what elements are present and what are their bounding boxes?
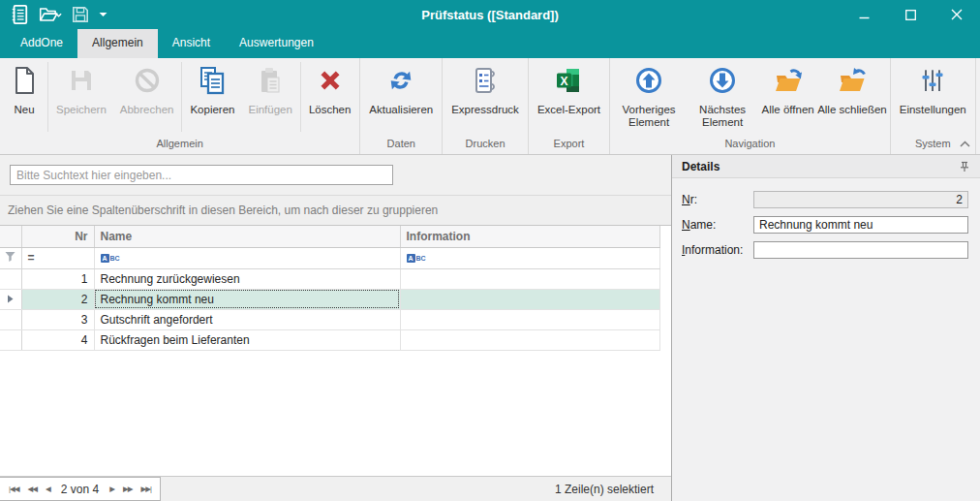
column-header-information[interactable]: Information — [400, 226, 659, 247]
open-menu-button[interactable] — [39, 6, 62, 23]
maximize-button[interactable] — [887, 0, 934, 29]
close-button[interactable] — [934, 0, 980, 29]
auto-filter-row: = ABC ABC — [0, 247, 659, 268]
copy-icon — [197, 65, 228, 99]
ribbon-group-export: X Excel-Export Export — [529, 58, 610, 154]
abc-filter-icon: ABC — [407, 251, 426, 265]
filter-cell-nr[interactable]: = — [21, 247, 94, 268]
group-label-drucken: Drucken — [443, 136, 528, 154]
nav-first-button[interactable]: |◀◀ — [9, 485, 18, 493]
ribbon-separator — [47, 62, 48, 132]
filter-cell-name[interactable]: ABC — [94, 247, 400, 268]
cancel-icon — [132, 65, 163, 99]
naechstes-element-button[interactable]: Nächstes Element — [686, 58, 759, 136]
status-bar: |◀◀ ◀◀ ◀ 2 von 4 ▶ ▶▶ ▶▶| 1 Zeile(n) sel… — [0, 476, 671, 501]
nav-prev-page-button[interactable]: ◀◀ — [27, 485, 37, 493]
ribbon: Neu Speichern Abbrechen Kopieren — [0, 56, 980, 155]
vorheriges-element-button[interactable]: Vorheriges Element — [612, 58, 686, 136]
record-navigator: |◀◀ ◀◀ ◀ 2 von 4 ▶ ▶▶ ▶▶| — [0, 477, 161, 501]
name-field[interactable] — [753, 216, 968, 234]
column-header-nr[interactable]: Nr — [21, 226, 94, 247]
next-element-icon — [707, 65, 738, 99]
pager-text: 2 von 4 — [61, 483, 99, 496]
expressdruck-button[interactable]: Expressdruck — [444, 58, 526, 136]
name-field-label: Name: — [682, 218, 753, 232]
column-header-name[interactable]: Name — [94, 226, 400, 247]
group-label-navigation: Navigation — [610, 136, 890, 154]
close-all-icon — [837, 65, 868, 99]
paste-icon — [255, 65, 286, 99]
focused-cell[interactable]: Rechnung kommt neu — [94, 289, 400, 309]
minimize-button[interactable] — [841, 0, 887, 29]
group-label-allgemein: Allgemein — [0, 136, 359, 154]
tab-allgemein[interactable]: Allgemein — [77, 29, 158, 56]
ribbon-separator — [181, 62, 182, 132]
window-title: Prüfstatus ([Standard]) — [0, 8, 980, 22]
excel-export-button[interactable]: X Excel-Export — [531, 58, 607, 136]
aktualisieren-button[interactable]: Aktualisieren — [362, 58, 440, 136]
open-all-icon — [773, 65, 804, 99]
selection-count-text: 1 Zeile(n) selektiert — [555, 483, 671, 496]
pin-icon[interactable] — [959, 161, 970, 172]
details-panel: Details Nr: Name: Information: — [672, 155, 980, 501]
new-document-icon — [9, 65, 40, 99]
settings-icon — [917, 65, 948, 99]
table-row[interactable]: 4 Rückfragen beim Lieferanten — [0, 329, 659, 350]
information-field[interactable] — [753, 241, 968, 259]
quick-access-toolbar — [0, 4, 107, 25]
details-panel-header: Details — [672, 155, 980, 178]
alle-oeffnen-button[interactable]: Alle öffnen — [759, 58, 816, 136]
nav-last-button[interactable]: ▶▶| — [141, 485, 151, 493]
speichern-button: Speichern — [49, 58, 113, 136]
einstellungen-button[interactable]: Einstellungen — [893, 58, 973, 136]
nav-next-page-button[interactable]: ▶▶ — [123, 485, 133, 493]
app-window: Prüfstatus ([Standard]) AddOne Allgemein… — [0, 0, 980, 501]
alle-schliessen-button[interactable]: Alle schließen — [816, 58, 888, 136]
main-panel: Ziehen Sie eine Spaltenüberschrift in di… — [0, 155, 672, 501]
title-bar: Prüfstatus ([Standard]) — [0, 0, 980, 29]
einfuegen-button: Einfügen — [241, 58, 298, 136]
row-indicator-arrow-icon — [0, 289, 21, 309]
nav-prev-button[interactable]: ◀ — [46, 485, 50, 493]
nr-field-label: Nr: — [682, 193, 753, 206]
neu-button[interactable]: Neu — [2, 58, 46, 136]
ribbon-group-schliessen: Schließen Schließen — [976, 58, 980, 154]
grid-empty-area — [0, 351, 671, 477]
abc-filter-icon: ABC — [101, 251, 120, 265]
tab-addone[interactable]: AddOne — [6, 29, 77, 56]
table-row[interactable]: 1 Rechnung zurückgewiesen — [0, 268, 659, 289]
ribbon-group-navigation: Vorheriges Element Nächstes Element Alle… — [610, 58, 891, 154]
kopieren-button[interactable]: Kopieren — [183, 58, 241, 136]
loeschen-button[interactable]: Löschen — [302, 58, 357, 136]
group-by-box[interactable]: Ziehen Sie eine Spaltenüberschrift in di… — [0, 196, 671, 226]
tab-ansicht[interactable]: Ansicht — [158, 29, 225, 56]
ribbon-collapse-chevron-icon[interactable] — [960, 137, 970, 150]
table-row-selected[interactable]: 2 Rechnung kommt neu — [0, 289, 659, 309]
refresh-icon — [385, 65, 416, 99]
filter-cell-information[interactable]: ABC — [400, 247, 659, 268]
ribbon-tab-row: AddOne Allgemein Ansicht Auswertungen — [0, 29, 980, 56]
app-journal-icon[interactable] — [10, 4, 29, 25]
data-grid: Nr Name Information = ABC ABC 1 Rechnung… — [0, 226, 660, 351]
grid-header-row: Nr Name Information — [0, 226, 659, 247]
nav-next-button[interactable]: ▶ — [109, 485, 114, 493]
nr-field[interactable] — [753, 191, 968, 208]
filter-funnel-icon — [0, 247, 21, 268]
group-label-export: Export — [529, 136, 609, 154]
search-input[interactable] — [10, 165, 393, 185]
save-icon — [66, 65, 97, 99]
delete-icon — [315, 65, 346, 99]
svg-text:X: X — [561, 75, 568, 88]
ribbon-separator — [300, 62, 301, 132]
group-label-daten: Daten — [360, 136, 442, 154]
details-fields: Nr: Name: Information: — [672, 178, 980, 266]
ribbon-group-drucken: Expressdruck Drucken — [443, 58, 529, 154]
ribbon-group-allgemein: Neu Speichern Abbrechen Kopieren — [0, 58, 360, 154]
table-row[interactable]: 3 Gutschrift angefordert — [0, 309, 659, 329]
tab-auswertungen[interactable]: Auswertungen — [225, 29, 328, 56]
qat-dropdown-icon[interactable] — [99, 12, 107, 17]
ribbon-group-daten: Aktualisieren Daten — [360, 58, 443, 154]
previous-element-icon — [633, 65, 664, 99]
save-quick-icon[interactable] — [72, 6, 89, 23]
abbrechen-button: Abbrechen — [113, 58, 181, 136]
